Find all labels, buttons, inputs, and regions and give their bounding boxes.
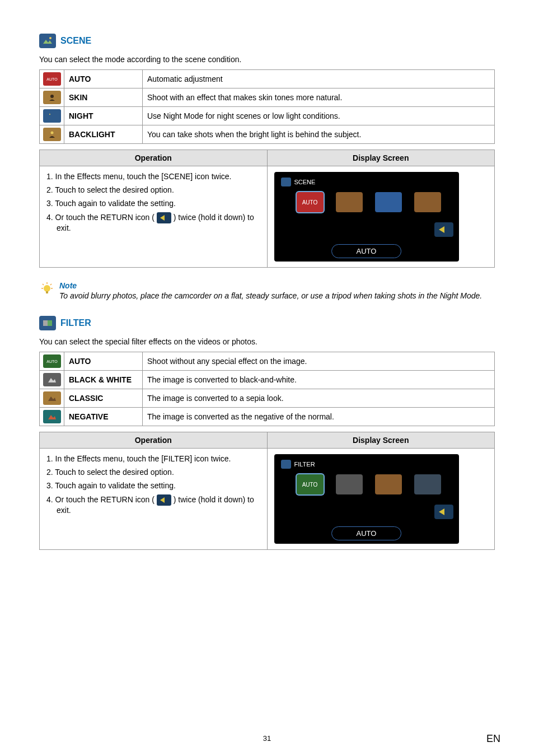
table-row: AUTO AUTO Automatic adjustment [40, 70, 495, 88]
note-title: Note [59, 281, 482, 290]
scene-heading: SCENE [39, 34, 495, 48]
step: 2. Touch to select the desired option. [46, 468, 260, 477]
svg-point-5 [44, 285, 50, 292]
mode-desc: You can take shots when the bright light… [143, 125, 495, 144]
scene-screen: SCENE AUTO AUTO [274, 172, 459, 262]
mode-label: SKIN [64, 88, 143, 107]
classic-icon [43, 391, 61, 405]
svg-point-3 [49, 114, 50, 115]
step: 1. In the Effects menu, touch the [FILTE… [46, 454, 260, 463]
filter-screen-icon [281, 460, 291, 469]
filter-heading: FILTER [39, 316, 495, 330]
auto-icon: AUTO [43, 72, 61, 86]
mode-desc: Use Night Mode for night scenes or low l… [143, 107, 495, 125]
mode-desc: The image is converted to black-and-whit… [143, 371, 495, 389]
note-text: To avoid blurry photos, place the camcor… [59, 291, 482, 300]
scene-operation-table: Operation Display Screen 1. In the Effec… [39, 150, 495, 268]
step: 2. Touch to select the desired option. [46, 185, 260, 194]
display-screen-header: Display Screen [267, 150, 495, 166]
table-row: NIGHT Use Night Mode for night scenes or… [40, 107, 495, 125]
filter-section-icon [39, 316, 56, 330]
night-icon [43, 109, 61, 123]
operation-header: Operation [40, 432, 268, 449]
auto-filter-icon: AUTO [43, 354, 61, 368]
step-text: 4. Or touch the RETURN icon ( [46, 213, 157, 222]
display-cell: FILTER AUTO AUTO [267, 449, 495, 550]
return-button[interactable] [434, 505, 453, 519]
mode-label: NEGATIVE [64, 408, 143, 426]
mode-label: BACKLIGHT [64, 125, 143, 144]
svg-line-11 [50, 284, 51, 285]
backlight-tile[interactable] [414, 192, 441, 212]
svg-rect-6 [46, 291, 48, 293]
filter-operation-table: Operation Display Screen 1. In the Effec… [39, 432, 495, 550]
mode-pill: AUTO [331, 526, 402, 540]
display-screen-header: Display Screen [267, 432, 495, 449]
mode-desc: Shoot without any special effect on the … [143, 352, 495, 371]
svg-point-4 [50, 132, 53, 134]
mode-label: BLACK & WHITE [64, 371, 143, 389]
svg-rect-13 [48, 320, 52, 326]
backlight-icon [43, 128, 61, 141]
screen-label: SCENE [294, 179, 316, 185]
mode-desc: The image is converted to a sepia look. [143, 389, 495, 408]
scene-screen-icon [281, 178, 291, 186]
scene-modes-table: AUTO AUTO Automatic adjustment SKIN Shoo… [39, 69, 495, 144]
classic-tile[interactable] [375, 474, 402, 494]
table-row: AUTO AUTO Shoot without any special effe… [40, 352, 495, 371]
mode-label: AUTO [64, 352, 143, 371]
filter-desc: You can select the special filter effect… [39, 337, 495, 346]
svg-text:AUTO: AUTO [46, 360, 58, 363]
auto-tile[interactable]: AUTO [297, 192, 324, 212]
filter-title: FILTER [60, 318, 91, 328]
table-row: BACKLIGHT You can take shots when the br… [40, 125, 495, 144]
operation-header: Operation [40, 150, 268, 166]
mode-label: AUTO [64, 70, 143, 88]
mode-label: CLASSIC [64, 389, 143, 408]
screen-header: FILTER [281, 460, 452, 469]
return-button[interactable] [434, 222, 453, 237]
mode-pill: AUTO [331, 244, 402, 258]
mode-label: NIGHT [64, 107, 143, 125]
svg-rect-12 [43, 320, 48, 326]
table-row: BLACK & WHITE The image is converted to … [40, 371, 495, 389]
filter-screen: FILTER AUTO AUTO [274, 454, 459, 544]
language-label: EN [486, 733, 500, 745]
screen-header: SCENE [281, 178, 452, 186]
svg-text:AUTO: AUTO [46, 77, 58, 81]
table-row: CLASSIC The image is converted to a sepi… [40, 389, 495, 408]
operation-cell: 1. In the Effects menu, touch the [SCENE… [40, 166, 268, 268]
mode-desc: Automatic adjustment [143, 70, 495, 88]
step: 4. Or touch the RETURN icon ( ) twice (h… [46, 212, 260, 232]
note-block: Note To avoid blurry photos, place the c… [39, 281, 495, 300]
svg-point-0 [49, 37, 51, 39]
skin-tile[interactable] [336, 192, 363, 212]
bw-tile[interactable] [336, 474, 363, 494]
return-icon [157, 494, 171, 506]
table-row: NEGATIVE The image is converted as the n… [40, 408, 495, 426]
step: 3. Touch again to validate the setting. [46, 199, 260, 208]
scene-title: SCENE [60, 36, 91, 46]
step: 4. Or touch the RETURN icon ( ) twice (h… [46, 494, 260, 515]
bw-icon [43, 373, 61, 386]
return-icon [157, 212, 171, 223]
step: 1. In the Effects menu, touch the [SCENE… [46, 172, 260, 181]
negative-tile[interactable] [414, 474, 441, 494]
screen-label: FILTER [294, 461, 315, 468]
step-text: 4. Or touch the RETURN icon ( [46, 495, 157, 504]
svg-line-10 [43, 284, 44, 285]
negative-icon [43, 410, 61, 423]
table-row: SKIN Shoot with an effect that makes ski… [40, 88, 495, 107]
operation-cell: 1. In the Effects menu, touch the [FILTE… [40, 449, 268, 550]
skin-icon [43, 91, 61, 104]
auto-tile[interactable]: AUTO [297, 474, 324, 494]
mode-desc: Shoot with an effect that makes skin ton… [143, 88, 495, 107]
step: 3. Touch again to validate the setting. [46, 481, 260, 490]
mode-desc: The image is converted as the negative o… [143, 408, 495, 426]
filter-modes-table: AUTO AUTO Shoot without any special effe… [39, 352, 495, 426]
scene-section-icon [39, 34, 56, 48]
night-tile[interactable] [375, 192, 402, 212]
scene-desc: You can select the mode according to the… [39, 55, 495, 64]
display-cell: SCENE AUTO AUTO [267, 166, 495, 268]
page-number: 31 [263, 734, 271, 743]
